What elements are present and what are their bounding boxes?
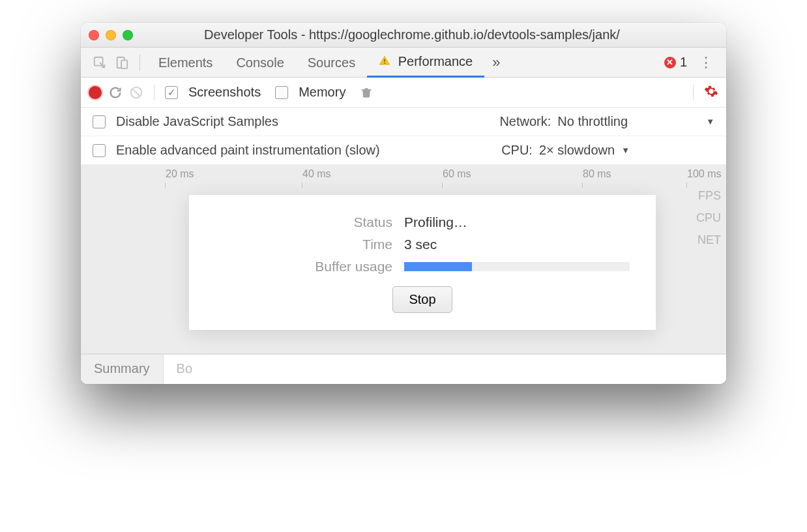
tab-summary[interactable]: Summary — [81, 355, 164, 384]
cpu-throttle-select[interactable]: CPU: 2× slowdown ▼ — [501, 143, 630, 158]
error-icon: ✕ — [664, 57, 676, 68]
device-toolbar-icon[interactable] — [111, 52, 133, 74]
tab-performance-label: Performance — [398, 54, 473, 68]
disable-js-checkbox[interactable] — [93, 115, 106, 128]
axis-cpu: CPU — [696, 207, 721, 229]
disable-js-label: Disable JavaScript Samples — [116, 114, 278, 129]
window-title: Developer Tools - https://googlechrome.g… — [106, 27, 718, 42]
tab-sources[interactable]: Sources — [296, 49, 367, 76]
divider — [693, 85, 694, 100]
tab-elements[interactable]: Elements — [147, 49, 224, 76]
screenshots-label: Screenshots — [188, 85, 261, 100]
ruler-tick: 100 ms — [687, 168, 721, 180]
settings-gear-icon[interactable] — [704, 84, 718, 101]
profiling-dialog: Status Profiling… Time 3 sec Buffer usag… — [189, 195, 656, 330]
error-count-badge[interactable]: ✕ 1 — [664, 55, 687, 70]
devtools-window: Developer Tools - https://googlechrome.g… — [81, 23, 726, 384]
memory-label: Memory — [299, 85, 345, 100]
network-throttle-select[interactable]: Network: No throttling ▼ — [499, 114, 714, 129]
chevron-down-icon: ▼ — [621, 145, 630, 155]
network-value: No throttling — [557, 114, 628, 129]
axis-fps: FPS — [696, 185, 721, 207]
network-label: Network: — [499, 114, 551, 129]
axis-labels: FPS CPU NET — [696, 185, 721, 252]
clear-icon[interactable] — [129, 85, 143, 100]
time-label: Time — [215, 237, 404, 252]
settings-row-1: Disable JavaScript Samples Network: No t… — [81, 108, 726, 136]
tab-bottom-up-partial[interactable]: Bo — [164, 355, 205, 384]
paint-instr-checkbox[interactable] — [93, 144, 106, 157]
ruler-tick: 80 ms — [583, 168, 611, 180]
cpu-value: 2× slowdown — [539, 143, 615, 158]
cpu-label: CPU: — [501, 143, 533, 158]
close-icon[interactable] — [89, 30, 99, 40]
warning-icon — [379, 55, 394, 69]
settings-row-2: Enable advanced paint instrumentation (s… — [81, 136, 726, 165]
axis-net: NET — [696, 229, 721, 251]
divider — [139, 54, 140, 71]
buffer-progress-fill — [404, 262, 472, 271]
status-label: Status — [215, 214, 404, 230]
timeline-area: 20 ms 40 ms 60 ms 80 ms 100 ms FPS CPU N… — [81, 165, 726, 354]
error-count: 1 — [680, 55, 687, 70]
record-button[interactable] — [89, 86, 102, 99]
reload-record-icon[interactable] — [108, 85, 123, 100]
time-ruler: 20 ms 40 ms 60 ms 80 ms 100 ms — [81, 165, 726, 183]
inspect-element-icon[interactable] — [89, 52, 111, 74]
devtools-menu-icon[interactable]: ⋮ — [694, 54, 718, 71]
ruler-tick: 60 ms — [443, 168, 471, 180]
buffer-label: Buffer usage — [215, 259, 404, 274]
ruler-tick: 40 ms — [302, 168, 331, 180]
more-tabs-icon[interactable]: » — [484, 54, 508, 71]
svg-rect-4 — [384, 63, 385, 64]
buffer-progress — [404, 262, 630, 271]
time-value: 3 sec — [404, 237, 437, 252]
tab-performance[interactable]: Performance — [367, 48, 484, 78]
main-tabs-bar: Elements Console Sources Performance » ✕… — [81, 48, 726, 78]
stop-button[interactable]: Stop — [392, 286, 452, 313]
status-value: Profiling… — [404, 214, 467, 230]
performance-controls: Screenshots Memory — [81, 78, 726, 108]
divider — [154, 85, 154, 100]
screenshots-checkbox[interactable] — [165, 86, 178, 99]
svg-rect-2 — [121, 60, 127, 68]
paint-instr-label: Enable advanced paint instrumentation (s… — [116, 143, 380, 158]
memory-checkbox[interactable] — [275, 86, 288, 99]
chevron-down-icon: ▼ — [706, 117, 714, 126]
tab-console[interactable]: Console — [224, 49, 295, 76]
ruler-tick: 20 ms — [166, 168, 194, 180]
title-bar: Developer Tools - https://googlechrome.g… — [81, 23, 726, 48]
delete-icon[interactable] — [360, 85, 373, 100]
svg-rect-3 — [384, 59, 385, 61]
bottom-tabs: Summary Bo — [81, 354, 726, 384]
